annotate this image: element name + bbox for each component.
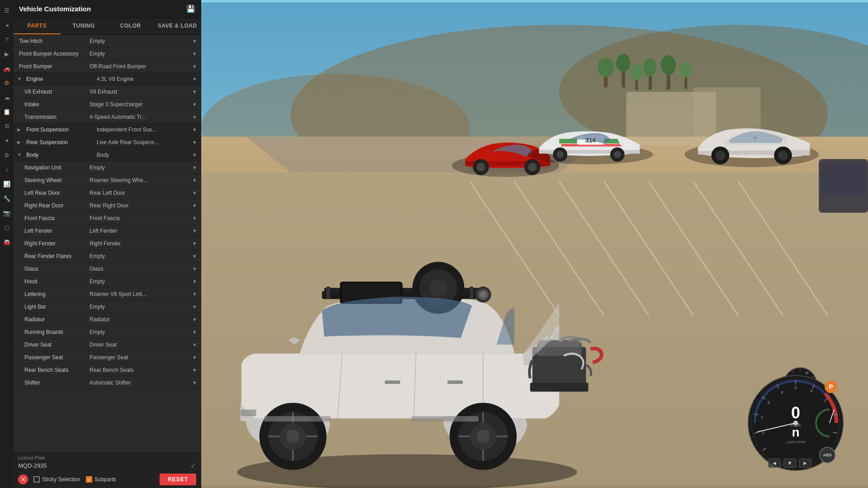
dropdown-arrow-rsusp[interactable]: ▼	[192, 140, 197, 145]
part-row-lettering[interactable]: Lettering Roamer V8 Sport Lett... ▼	[14, 288, 201, 300]
subparts-label[interactable]: Subparts	[86, 476, 116, 483]
part-row-front-fascia[interactable]: Front Fascia Front Fascia ▼	[14, 212, 201, 225]
sidebar-icon-document[interactable]: 📋	[1, 106, 13, 117]
part-row-v8-exhaust[interactable]: V8 Exhaust V8 Exhaust ▼	[14, 85, 201, 98]
dropdown-arrow-rad[interactable]: ▼	[192, 317, 197, 322]
sidebar-icon-car[interactable]: 🚗	[1, 62, 13, 74]
part-row-nav-unit[interactable]: Navigation Unit Empty ▼	[14, 161, 201, 174]
part-row-steering-wheel[interactable]: Steering Wheel Roamer Steering Whe... ▼	[14, 174, 201, 187]
part-row-front-bumper-acc[interactable]: Front Bumper Accessory Empty ▼	[14, 47, 201, 60]
sticky-selection-label[interactable]: Sticky Selection	[33, 476, 80, 483]
svg-point-136	[793, 421, 798, 425]
dropdown-arrow-rbs[interactable]: ▼	[192, 367, 197, 373]
part-row-radiator[interactable]: Radiator Radiator ▼	[14, 313, 201, 326]
dropdown-arrow-fsusp[interactable]: ▼	[192, 127, 197, 132]
part-row-tow-hitch[interactable]: Tow Hitch Empty ▼	[14, 35, 201, 47]
nav-arrow-right[interactable]: ►	[799, 459, 811, 468]
sidebar-icon-menu[interactable]: ☰	[1, 5, 13, 16]
sidebar-icon-cloud[interactable]: ☁	[1, 91, 13, 103]
dropdown-arrow-intake[interactable]: ▼	[192, 102, 197, 107]
tab-tuning[interactable]: TUNING	[61, 18, 108, 34]
part-row-shifter[interactable]: Shifter Automatic Shifter ▼	[14, 376, 201, 389]
sidebar-icon-car2[interactable]: 🚘	[1, 236, 13, 248]
part-row-running-boards[interactable]: Running Boards Empty ▼	[14, 326, 201, 338]
svg-point-45	[778, 150, 788, 160]
sidebar-icon-chart[interactable]: 📊	[1, 178, 13, 190]
panel-save-icon[interactable]: 💾	[186, 5, 195, 13]
dropdown-arrow-glass[interactable]: ▼	[192, 266, 197, 272]
part-row-rear-suspension[interactable]: ▶ Rear Suspension Live Axle Rear Suspens…	[14, 136, 201, 149]
dropdown-arrow-ds[interactable]: ▼	[192, 342, 197, 347]
dropdown-arrow-rrd[interactable]: ▼	[192, 203, 197, 208]
part-row-hood[interactable]: Hood Empty ▼	[14, 275, 201, 288]
dropdown-arrow-tow-hitch[interactable]: ▼	[192, 38, 197, 44]
part-name-running-boards: Running Boards	[17, 329, 90, 335]
dropdown-arrow-rf[interactable]: ▼	[192, 241, 197, 246]
svg-point-32	[528, 163, 537, 172]
sidebar-icon-nodes[interactable]: ✦	[1, 135, 13, 146]
dropdown-arrow-v8e[interactable]: ▼	[192, 89, 197, 94]
license-plate-row: ✓	[18, 461, 196, 470]
part-row-right-fender[interactable]: Right Fender Right Fender ▼	[14, 237, 201, 250]
part-row-driver-seat[interactable]: Driver Seat Driver Seat ▼	[14, 338, 201, 351]
nav-arrow-left[interactable]: ◄	[768, 459, 781, 468]
dropdown-arrow-fba[interactable]: ▼	[192, 51, 197, 56]
dropdown-arrow-nav[interactable]: ▼	[192, 165, 197, 170]
tab-saveload[interactable]: SAVE & LOAD	[154, 18, 201, 34]
svg-text:4: 4	[781, 390, 783, 394]
part-row-left-fender[interactable]: Left Fender Left Fender ▼	[14, 225, 201, 237]
license-plate-input[interactable]	[18, 462, 190, 469]
svg-text:n: n	[792, 425, 799, 439]
part-row-rear-fender-flares[interactable]: Rear Fender Flares Empty ▼	[14, 250, 201, 263]
sidebar-icon-tools[interactable]: 🔧	[1, 192, 13, 204]
dropdown-arrow-ps[interactable]: ▼	[192, 355, 197, 360]
dropdown-arrow-lrd[interactable]: ▼	[192, 190, 197, 196]
sidebar-icon-sliders[interactable]: ⧉	[1, 120, 13, 132]
panel-title: Vehicle Customization	[19, 5, 91, 13]
dropdown-arrow-engine[interactable]: ▼	[192, 76, 197, 82]
tab-color[interactable]: COLOR	[107, 18, 154, 34]
dropdown-arrow-ff[interactable]: ▼	[192, 216, 197, 221]
part-row-transmission[interactable]: Transmission 4-Speed Automatic Tr... ▼	[14, 111, 201, 123]
reset-button[interactable]: RESET	[160, 474, 196, 485]
part-row-body[interactable]: ▼ Body Body ▼	[14, 149, 201, 161]
part-row-rear-bench-seats[interactable]: Rear Bench Seats Rear Bench Seats ▼	[14, 364, 201, 376]
sidebar-icon-camera[interactable]: 📷	[1, 207, 13, 219]
part-row-intake[interactable]: Intake Stage 3 Supercharger ▼	[14, 98, 201, 111]
dropdown-arrow-shifter[interactable]: ▼	[192, 380, 197, 385]
dropdown-arrow-lf[interactable]: ▼	[192, 228, 197, 234]
dropdown-arrow-sw[interactable]: ▼	[192, 178, 197, 183]
part-row-engine[interactable]: ▼ Engine 4.5L V8 Engine ▼	[14, 73, 201, 85]
sidebar-icon-back[interactable]: ◂	[1, 19, 13, 31]
dropdown-arrow-trans[interactable]: ▼	[192, 114, 197, 120]
dropdown-arrow-hood[interactable]: ▼	[192, 279, 197, 284]
sidebar-icon-gear2[interactable]: ⚙	[1, 149, 13, 161]
dropdown-arrow-fb[interactable]: ▼	[192, 64, 197, 69]
part-row-left-rear-door[interactable]: Left Rear Door Rear Left Door ▼	[14, 187, 201, 199]
part-row-glass[interactable]: Glass Glass ▼	[14, 263, 201, 275]
sidebar-icon-help[interactable]: ?	[1, 33, 13, 45]
sidebar-icon-volume[interactable]: ♪	[1, 164, 13, 175]
nav-arrow-down[interactable]: ▼	[783, 459, 796, 468]
subparts-checkbox[interactable]	[86, 476, 92, 483]
sidebar-icon-settings[interactable]: ⚙	[1, 77, 13, 89]
sidebar-icon-play[interactable]: ▶	[1, 48, 13, 60]
license-plate-confirm-icon[interactable]: ✓	[190, 461, 196, 470]
part-row-light-bar[interactable]: Light Bar Empty ▼	[14, 300, 201, 313]
sticky-selection-checkbox[interactable]	[33, 476, 40, 483]
part-row-passenger-seat[interactable]: Passenger Seat Passenger Seat ▼	[14, 351, 201, 364]
part-row-right-rear-door[interactable]: Right Rear Door Rear Right Door ▼	[14, 199, 201, 212]
dropdown-arrow-body[interactable]: ▼	[192, 152, 197, 158]
close-button[interactable]: ✕	[18, 474, 28, 484]
part-value-rear-fender-flares: Empty	[90, 253, 190, 259]
part-value-shifter: Automatic Shifter	[90, 380, 190, 386]
tab-parts[interactable]: PARTS	[14, 18, 61, 34]
part-row-front-suspension[interactable]: ▶ Front Suspension Independent Front Sus…	[14, 123, 201, 136]
dropdown-arrow-rff[interactable]: ▼	[192, 253, 197, 259]
part-row-front-bumper[interactable]: Front Bumper Off-Road Front Bumper ▼	[14, 60, 201, 73]
dropdown-arrow-lettering[interactable]: ▼	[192, 291, 197, 297]
dropdown-arrow-rb[interactable]: ▼	[192, 329, 197, 335]
sidebar-icon-puzzle[interactable]: ⬡	[1, 221, 13, 233]
part-name-driver-seat: Driver Seat	[17, 342, 90, 348]
dropdown-arrow-lb[interactable]: ▼	[192, 304, 197, 310]
